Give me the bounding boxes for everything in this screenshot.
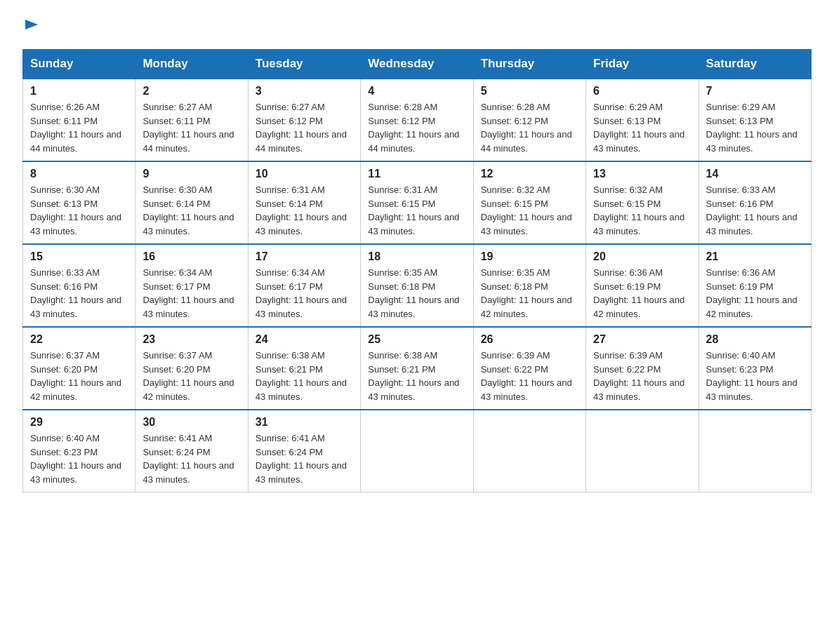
day-of-week-header: Monday (135, 50, 248, 79)
calendar-day-cell: 28Sunrise: 6:40 AMSunset: 6:23 PMDayligh… (699, 327, 811, 410)
calendar-day-cell: 18Sunrise: 6:35 AMSunset: 6:18 PMDayligh… (361, 244, 473, 327)
calendar-day-cell: 12Sunrise: 6:32 AMSunset: 6:15 PMDayligh… (473, 161, 585, 244)
day-of-week-header: Wednesday (361, 50, 473, 79)
calendar-day-cell: 16Sunrise: 6:34 AMSunset: 6:17 PMDayligh… (135, 244, 248, 327)
day-info: Sunrise: 6:38 AMSunset: 6:21 PMDaylight:… (368, 349, 465, 403)
day-number: 2 (143, 85, 240, 98)
calendar-day-cell (473, 410, 585, 492)
calendar-day-cell: 7Sunrise: 6:29 AMSunset: 6:13 PMDaylight… (699, 79, 811, 161)
day-of-week-header: Thursday (473, 50, 585, 79)
day-number: 23 (143, 333, 240, 346)
calendar-day-cell: 23Sunrise: 6:37 AMSunset: 6:20 PMDayligh… (135, 327, 248, 410)
day-number: 28 (706, 333, 804, 346)
day-number: 13 (593, 168, 691, 180)
day-number: 12 (481, 168, 578, 180)
calendar-day-cell (586, 410, 699, 492)
day-number: 21 (706, 250, 804, 263)
logo (22, 17, 39, 32)
day-number: 5 (481, 85, 578, 98)
calendar-day-cell: 2Sunrise: 6:27 AMSunset: 6:11 PMDaylight… (135, 79, 248, 161)
day-info: Sunrise: 6:39 AMSunset: 6:22 PMDaylight:… (481, 349, 578, 403)
day-info: Sunrise: 6:28 AMSunset: 6:12 PMDaylight:… (368, 100, 465, 155)
calendar-header: SundayMondayTuesdayWednesdayThursdayFrid… (23, 50, 812, 79)
day-number: 24 (256, 333, 353, 346)
calendar-day-cell: 10Sunrise: 6:31 AMSunset: 6:14 PMDayligh… (248, 161, 360, 244)
day-number: 7 (706, 85, 804, 98)
day-info: Sunrise: 6:37 AMSunset: 6:20 PMDaylight:… (30, 349, 128, 403)
day-number: 4 (368, 85, 465, 98)
day-info: Sunrise: 6:39 AMSunset: 6:22 PMDaylight:… (593, 349, 691, 403)
calendar-day-cell: 24Sunrise: 6:38 AMSunset: 6:21 PMDayligh… (248, 327, 360, 410)
calendar-week-row: 1Sunrise: 6:26 AMSunset: 6:11 PMDaylight… (23, 79, 812, 161)
calendar-day-cell (699, 410, 811, 492)
day-of-week-header: Tuesday (248, 50, 360, 79)
day-info: Sunrise: 6:29 AMSunset: 6:13 PMDaylight:… (593, 100, 691, 155)
day-number: 14 (706, 168, 804, 180)
calendar-day-cell: 22Sunrise: 6:37 AMSunset: 6:20 PMDayligh… (23, 327, 135, 410)
day-number: 16 (143, 250, 240, 263)
day-info: Sunrise: 6:35 AMSunset: 6:18 PMDaylight:… (481, 266, 578, 321)
calendar-day-cell: 11Sunrise: 6:31 AMSunset: 6:15 PMDayligh… (361, 161, 473, 244)
day-info: Sunrise: 6:27 AMSunset: 6:12 PMDaylight:… (256, 100, 353, 155)
calendar-week-row: 22Sunrise: 6:37 AMSunset: 6:20 PMDayligh… (23, 327, 812, 410)
day-number: 25 (368, 333, 465, 346)
calendar-day-cell: 13Sunrise: 6:32 AMSunset: 6:15 PMDayligh… (586, 161, 699, 244)
day-number: 27 (593, 333, 691, 346)
day-number: 8 (30, 168, 128, 180)
calendar-week-row: 8Sunrise: 6:30 AMSunset: 6:13 PMDaylight… (23, 161, 812, 244)
calendar-day-cell: 3Sunrise: 6:27 AMSunset: 6:12 PMDaylight… (248, 79, 360, 161)
calendar-day-cell: 25Sunrise: 6:38 AMSunset: 6:21 PMDayligh… (361, 327, 473, 410)
day-number: 15 (30, 250, 128, 263)
day-info: Sunrise: 6:36 AMSunset: 6:19 PMDaylight:… (706, 266, 804, 321)
calendar-day-cell: 31Sunrise: 6:41 AMSunset: 6:24 PMDayligh… (248, 410, 360, 492)
day-info: Sunrise: 6:41 AMSunset: 6:24 PMDaylight:… (143, 431, 240, 486)
day-info: Sunrise: 6:28 AMSunset: 6:12 PMDaylight:… (481, 100, 578, 155)
day-number: 20 (593, 250, 691, 263)
page-header (22, 17, 812, 32)
day-info: Sunrise: 6:40 AMSunset: 6:23 PMDaylight:… (30, 431, 128, 486)
day-number: 10 (256, 168, 353, 180)
calendar-day-cell: 14Sunrise: 6:33 AMSunset: 6:16 PMDayligh… (699, 161, 811, 244)
calendar-day-cell (361, 410, 473, 492)
header-row: SundayMondayTuesdayWednesdayThursdayFrid… (23, 50, 812, 79)
day-info: Sunrise: 6:27 AMSunset: 6:11 PMDaylight:… (143, 100, 240, 155)
calendar-day-cell: 1Sunrise: 6:26 AMSunset: 6:11 PMDaylight… (23, 79, 135, 161)
day-number: 11 (368, 168, 465, 180)
day-info: Sunrise: 6:32 AMSunset: 6:15 PMDaylight:… (593, 183, 691, 238)
day-number: 9 (143, 168, 240, 180)
calendar-week-row: 29Sunrise: 6:40 AMSunset: 6:23 PMDayligh… (23, 410, 812, 492)
calendar-day-cell: 19Sunrise: 6:35 AMSunset: 6:18 PMDayligh… (473, 244, 585, 327)
calendar-day-cell: 4Sunrise: 6:28 AMSunset: 6:12 PMDaylight… (361, 79, 473, 161)
day-info: Sunrise: 6:34 AMSunset: 6:17 PMDaylight:… (143, 266, 240, 321)
calendar-day-cell: 21Sunrise: 6:36 AMSunset: 6:19 PMDayligh… (699, 244, 811, 327)
day-number: 1 (30, 85, 128, 98)
calendar-day-cell: 26Sunrise: 6:39 AMSunset: 6:22 PMDayligh… (473, 327, 585, 410)
day-info: Sunrise: 6:33 AMSunset: 6:16 PMDaylight:… (30, 266, 128, 321)
calendar-day-cell: 15Sunrise: 6:33 AMSunset: 6:16 PMDayligh… (23, 244, 135, 327)
day-number: 26 (481, 333, 578, 346)
calendar-day-cell: 8Sunrise: 6:30 AMSunset: 6:13 PMDaylight… (23, 161, 135, 244)
calendar-day-cell: 5Sunrise: 6:28 AMSunset: 6:12 PMDaylight… (473, 79, 585, 161)
calendar-table: SundayMondayTuesdayWednesdayThursdayFrid… (22, 49, 812, 492)
day-info: Sunrise: 6:33 AMSunset: 6:16 PMDaylight:… (706, 183, 804, 238)
calendar-day-cell: 27Sunrise: 6:39 AMSunset: 6:22 PMDayligh… (586, 327, 699, 410)
day-info: Sunrise: 6:31 AMSunset: 6:15 PMDaylight:… (368, 183, 465, 238)
day-info: Sunrise: 6:31 AMSunset: 6:14 PMDaylight:… (256, 183, 353, 238)
calendar-day-cell: 6Sunrise: 6:29 AMSunset: 6:13 PMDaylight… (586, 79, 699, 161)
calendar-day-cell: 29Sunrise: 6:40 AMSunset: 6:23 PMDayligh… (23, 410, 135, 492)
day-number: 19 (481, 250, 578, 263)
day-info: Sunrise: 6:41 AMSunset: 6:24 PMDaylight:… (256, 431, 353, 486)
day-number: 6 (593, 85, 691, 98)
calendar-day-cell: 9Sunrise: 6:30 AMSunset: 6:14 PMDaylight… (135, 161, 248, 244)
day-info: Sunrise: 6:40 AMSunset: 6:23 PMDaylight:… (706, 349, 804, 403)
day-info: Sunrise: 6:30 AMSunset: 6:14 PMDaylight:… (143, 183, 240, 238)
day-info: Sunrise: 6:38 AMSunset: 6:21 PMDaylight:… (256, 349, 353, 403)
calendar-day-cell: 30Sunrise: 6:41 AMSunset: 6:24 PMDayligh… (135, 410, 248, 492)
calendar-body: 1Sunrise: 6:26 AMSunset: 6:11 PMDaylight… (23, 79, 812, 492)
day-info: Sunrise: 6:30 AMSunset: 6:13 PMDaylight:… (30, 183, 128, 238)
day-number: 22 (30, 333, 128, 346)
day-number: 17 (256, 250, 353, 263)
calendar-week-row: 15Sunrise: 6:33 AMSunset: 6:16 PMDayligh… (23, 244, 812, 327)
day-number: 3 (256, 85, 353, 98)
calendar-day-cell: 20Sunrise: 6:36 AMSunset: 6:19 PMDayligh… (586, 244, 699, 327)
